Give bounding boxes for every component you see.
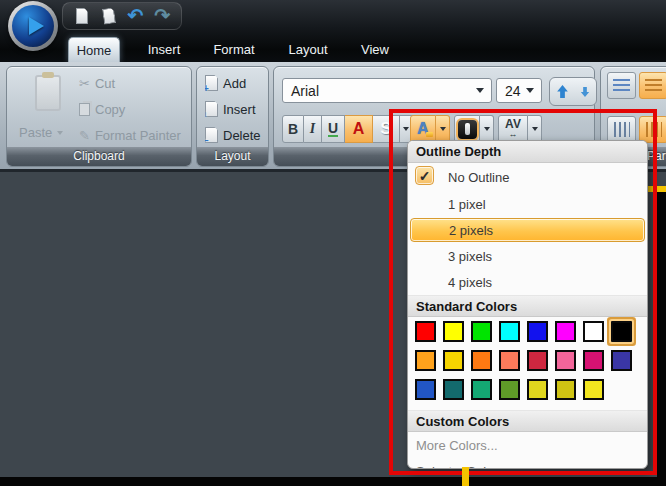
undo-icon: ↶ <box>127 7 143 25</box>
align-center-icon <box>645 79 662 93</box>
tab-home[interactable]: Home <box>68 37 120 62</box>
font-size-stepper <box>549 77 597 106</box>
add-page-icon: + <box>205 75 218 91</box>
title-bar: ↶ ↷ Home Insert Format Layout View <box>0 0 666 62</box>
tab-view[interactable]: View <box>352 37 398 62</box>
canvas-dark-area <box>0 477 666 486</box>
font-size-combobox[interactable]: 24 <box>496 78 542 103</box>
paste-dropdown-icon <box>57 131 63 135</box>
redo-icon: ↷ <box>154 7 170 25</box>
underline-button[interactable]: U <box>322 115 345 143</box>
insert-page-icon: ↓ <box>205 101 218 117</box>
redo-button[interactable]: ↷ <box>153 6 171 26</box>
format-painter-label: Format Painter <box>95 128 181 143</box>
tab-layout[interactable]: Layout <box>278 37 338 62</box>
align-center-button[interactable] <box>639 72 666 99</box>
bold-button[interactable]: B <box>282 115 304 143</box>
font-color-toggle-label: A <box>353 120 365 138</box>
canvas-dark-area <box>657 192 666 486</box>
delete-button[interactable]: − Delete <box>205 127 261 143</box>
copy-button[interactable]: Copy <box>79 102 125 117</box>
annotation-highlight-box <box>389 109 657 475</box>
new-document-icon <box>76 8 88 24</box>
font-color-toggle-button[interactable]: A <box>345 115 373 143</box>
chevron-down-icon <box>526 88 534 93</box>
delete-label: Delete <box>223 128 261 143</box>
clipboard-group: Paste ✂ Cut Copy ✎ Format Painter Clipbo… <box>6 66 192 167</box>
font-name-combobox[interactable]: Arial <box>282 78 492 103</box>
copy-label: Copy <box>95 102 125 117</box>
font-size-value: 24 <box>505 83 521 99</box>
format-painter-icon: ✎ <box>79 128 90 143</box>
cut-icon: ✂ <box>79 76 90 91</box>
insert-label: Insert <box>223 102 256 117</box>
clipboard-group-label: Clipboard <box>7 147 191 166</box>
chevron-down-icon <box>476 88 484 93</box>
delete-page-icon: − <box>205 127 218 143</box>
save-button[interactable] <box>100 6 118 26</box>
save-icon <box>102 7 116 25</box>
add-label: Add <box>223 76 246 91</box>
add-button[interactable]: + Add <box>205 75 246 91</box>
new-document-button[interactable] <box>73 6 91 26</box>
underline-label: U <box>328 122 338 137</box>
align-left-icon <box>613 79 630 93</box>
shrink-font-button[interactable] <box>580 86 590 98</box>
paste-icon <box>35 75 61 111</box>
vertical-guide-line <box>462 467 469 486</box>
layout-group-label: Layout <box>197 147 268 166</box>
app-window: ↶ ↷ Home Insert Format Layout View Paste… <box>0 0 666 486</box>
italic-label: I <box>310 121 315 137</box>
paste-button[interactable]: Paste <box>19 125 63 140</box>
italic-button[interactable]: I <box>304 115 322 143</box>
paste-label: Paste <box>19 125 52 140</box>
app-logo <box>12 5 54 47</box>
format-painter-button[interactable]: ✎ Format Painter <box>79 128 181 143</box>
cut-label: Cut <box>95 76 115 91</box>
cut-button[interactable]: ✂ Cut <box>79 76 115 91</box>
play-icon <box>29 17 44 35</box>
font-name-value: Arial <box>291 83 319 99</box>
layout-group: + Add ↓ Insert − Delete Layout <box>196 66 269 167</box>
tab-insert[interactable]: Insert <box>138 37 190 62</box>
tab-format[interactable]: Format <box>204 37 264 62</box>
align-left-button[interactable] <box>607 72 636 99</box>
undo-button[interactable]: ↶ <box>127 6 145 26</box>
copy-icon <box>79 103 90 116</box>
app-logo-button[interactable] <box>8 1 58 51</box>
grow-font-button[interactable] <box>556 84 569 99</box>
insert-button[interactable]: ↓ Insert <box>205 101 256 117</box>
bold-label: B <box>288 121 298 137</box>
quick-access-toolbar: ↶ ↷ <box>62 2 182 30</box>
